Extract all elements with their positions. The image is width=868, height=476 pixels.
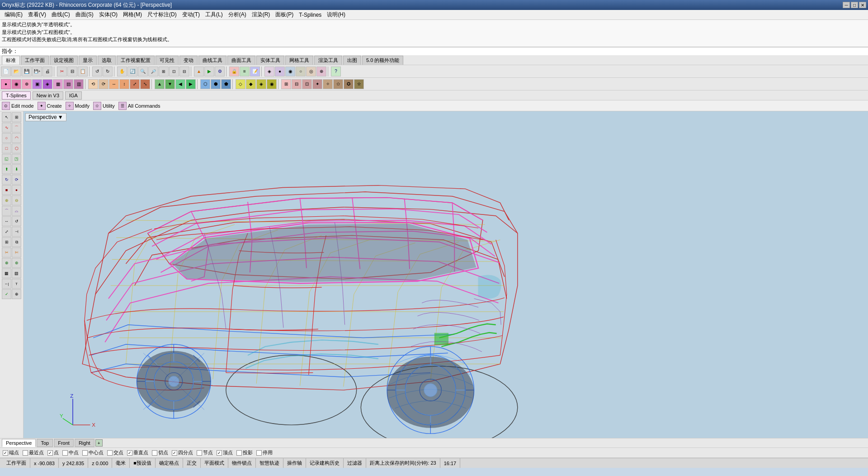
revolve-button[interactable]: ↻ — [2, 175, 11, 185]
sweep-button[interactable]: ⟳ — [12, 175, 21, 185]
status-objectSnap[interactable]: 物件锁点 — [228, 458, 256, 468]
snap-checkbox-中心点[interactable] — [82, 450, 88, 456]
ts-tool19[interactable]: ⬡ — [200, 79, 210, 89]
ts-tool13[interactable]: ⤢ — [130, 79, 140, 89]
extrude-button[interactable]: ⬆ — [2, 164, 11, 174]
surface2-button[interactable]: ◳ — [12, 154, 21, 164]
ts-tool22[interactable]: ◇ — [236, 79, 245, 89]
status-planeMode[interactable]: 平面模式 — [201, 458, 228, 468]
ts-tool23[interactable]: ◆ — [246, 79, 256, 89]
rotate-button[interactable]: 🔄 — [127, 67, 137, 76]
ts-cmd-create[interactable]: ✦Create — [38, 102, 62, 110]
boolean-union-button[interactable]: ⊕ — [2, 195, 11, 205]
ts-tool17[interactable]: ◀ — [175, 79, 185, 89]
fillet-button[interactable]: ⌒ — [2, 206, 11, 216]
zoom-window-button[interactable]: ⊡ — [169, 67, 179, 76]
toolbar-tab-10[interactable]: 实体工具 — [256, 56, 284, 65]
snap-item-中点[interactable]: 中点 — [62, 449, 79, 456]
ts-tool2[interactable]: ◉ — [11, 79, 21, 89]
ts-tool11[interactable]: ↔ — [109, 79, 119, 89]
menu-item-尺寸标注d[interactable]: 尺寸标注(D) — [145, 10, 179, 19]
zoom-extents-button[interactable]: ⊞ — [159, 67, 169, 76]
dim-button[interactable]: ↔| — [2, 279, 11, 289]
circle-button[interactable]: ○ — [2, 133, 11, 143]
toolbar-tab-11[interactable]: 网格工具 — [285, 56, 313, 65]
zoom-out-button[interactable]: 🔎 — [148, 67, 158, 76]
menu-item-说明h[interactable]: 说明(H) — [324, 10, 348, 19]
ts-tool31[interactable]: ✩ — [333, 79, 343, 89]
ts-tool7[interactable]: ▤ — [63, 79, 73, 89]
snap-checkbox-节点[interactable] — [197, 450, 202, 456]
snap-checkbox-投影[interactable] — [236, 450, 242, 456]
viewport-tab-front[interactable]: Front — [54, 439, 74, 447]
menu-item-编辑e[interactable]: 编辑(E) — [2, 10, 25, 19]
status-presetValue[interactable]: ■预设值 — [130, 458, 156, 468]
shaded-button[interactable]: ● — [275, 67, 285, 76]
ghosted-button[interactable]: ○ — [296, 67, 306, 76]
ts-tool26[interactable]: ⊞ — [281, 79, 291, 89]
join-button[interactable]: ⊗ — [2, 258, 11, 268]
viewport-tab-right[interactable]: Right — [75, 439, 94, 447]
print-button[interactable]: 🖨 — [42, 67, 52, 76]
toolbar-tab-6[interactable]: 可见性 — [156, 56, 179, 65]
mirror-button[interactable]: ⊣ — [12, 227, 21, 237]
mesh-button[interactable]: ▦ — [2, 268, 11, 278]
snap-item-点[interactable]: 点 — [47, 449, 59, 456]
snap-checkbox-四分点[interactable] — [172, 450, 177, 456]
ts-cmd-edit-mode[interactable]: ⊙Edit mode — [2, 102, 34, 110]
snap-checkbox-端点[interactable] — [3, 450, 8, 456]
minimize-button[interactable]: ─ — [843, 2, 850, 8]
split-button[interactable]: ✄ — [12, 248, 21, 257]
ts-tool28[interactable]: ⊡ — [302, 79, 312, 89]
ts-tab-new-in-v3[interactable]: New in V3 — [33, 91, 63, 100]
snap-checkbox-中点[interactable] — [62, 450, 68, 456]
close-button[interactable]: ✕ — [859, 2, 866, 8]
menu-item-分析a[interactable]: 分析(A) — [226, 10, 249, 19]
trim-button[interactable]: ✂ — [2, 248, 11, 257]
toolbar-tab-13[interactable]: 出图 — [343, 56, 361, 65]
rendered-button[interactable]: ◉ — [285, 67, 295, 76]
ts-tool10[interactable]: ⟳ — [99, 79, 108, 89]
zoom-in-button[interactable]: 🔍 — [138, 67, 148, 76]
ts-tool24[interactable]: ◈ — [256, 79, 266, 89]
new-file-button[interactable]: 📄 — [1, 67, 11, 76]
viewport-tab-perspective[interactable]: Perspective — [2, 439, 36, 447]
surface-button[interactable]: ◱ — [2, 154, 11, 164]
save-as-button[interactable]: 💾+ — [32, 67, 42, 76]
snap-checkbox-顶点[interactable] — [217, 450, 222, 456]
snap-toggle-button[interactable]: 🔒 — [229, 67, 239, 76]
ts-tool14[interactable]: ⤡ — [140, 79, 150, 89]
snap-item-中心点[interactable]: 中心点 — [82, 449, 104, 456]
ts-tab-iga[interactable]: IGA — [65, 91, 82, 100]
rect-button[interactable]: □ — [2, 143, 11, 153]
ts-tool9[interactable]: ⟲ — [88, 79, 98, 89]
mesh2-button[interactable]: ▧ — [12, 268, 21, 278]
toolbar-tab-7[interactable]: 变动 — [179, 56, 198, 65]
menu-item-t-splines[interactable]: T-Splines — [296, 11, 324, 19]
snap-item-交点[interactable]: 交点 — [107, 449, 123, 456]
ts-tool12[interactable]: ↕ — [119, 79, 129, 89]
ts-tool32[interactable]: ✪ — [344, 79, 354, 89]
ts-tab-t-splines[interactable]: T-Splines — [2, 91, 31, 100]
arc-button[interactable]: ◠ — [12, 133, 21, 143]
snap-item-垂直点[interactable]: 垂直点 — [127, 449, 148, 456]
ts-tool25[interactable]: ◉ — [267, 79, 277, 89]
toolbar-tab-8[interactable]: 曲线工具 — [198, 56, 226, 65]
command-input[interactable] — [20, 48, 866, 55]
toolbar-tab-2[interactable]: 设定视图 — [50, 56, 78, 65]
move-button[interactable]: ↔ — [2, 216, 11, 226]
snap-checkbox-点[interactable] — [47, 450, 53, 456]
select-tool-button[interactable]: ↖ — [2, 112, 11, 122]
viewport-label[interactable]: Perspective ▼ — [25, 113, 66, 121]
snap-item-切点[interactable]: 切点 — [152, 449, 168, 456]
select-all-button[interactable]: ⊞ — [12, 112, 21, 122]
ts-tool16[interactable]: ▼ — [165, 79, 175, 89]
loft-button[interactable]: ⬇ — [12, 164, 21, 174]
copy-button[interactable]: ⊟ — [67, 67, 77, 76]
menu-item-曲面s[interactable]: 曲面(S) — [73, 10, 96, 19]
snap-checkbox-切点[interactable] — [152, 450, 157, 456]
ts-tool30[interactable]: ✧ — [323, 79, 333, 89]
menu-item-曲线c[interactable]: 曲线(C) — [49, 10, 73, 19]
ts-tool27[interactable]: ⊟ — [292, 79, 302, 89]
xray-button[interactable]: ◎ — [306, 67, 316, 76]
